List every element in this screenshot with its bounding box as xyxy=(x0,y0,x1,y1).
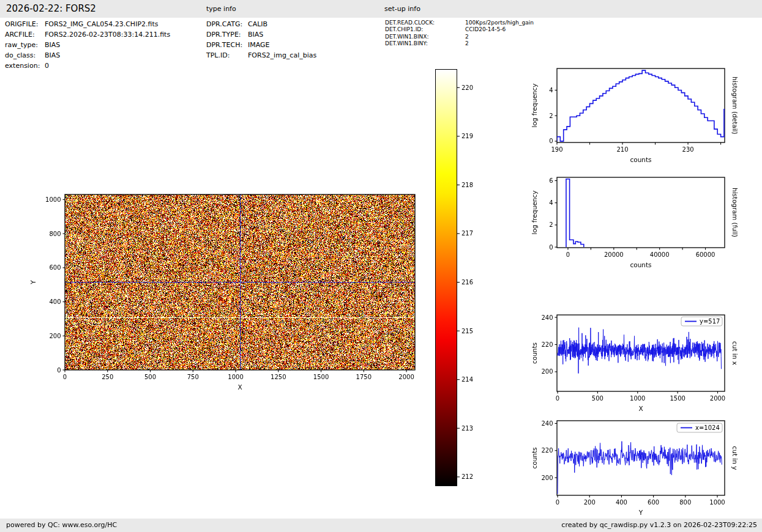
histogram-full-series xyxy=(566,179,584,247)
y-tick-label: 200 xyxy=(49,333,61,339)
info-row: DET.READ.CLOCK:100Kps/2ports/high_gain xyxy=(385,20,534,26)
info-label: do_class: xyxy=(5,50,45,61)
x-tick-label: 800 xyxy=(679,499,691,506)
cut-in-x-ylabel: counts xyxy=(531,342,538,364)
info-value: 2 xyxy=(465,40,469,47)
info-value: IMAGE xyxy=(248,40,270,50)
y-tick-label: 0 xyxy=(549,244,553,251)
info-row: ORIGFILE:FORS2_IMG_CAL054.23.CHIP2.fits xyxy=(5,19,170,29)
cut-in-y-legend: x=1024 xyxy=(677,423,722,432)
info-row: ARCFILE:FORS2.2026-02-23T08:33:14.211.fi… xyxy=(5,29,170,40)
info-value: BIAS xyxy=(45,40,60,50)
x-tick-label: 1500 xyxy=(670,395,685,402)
histogram-detail-side-label: histogram (detail) xyxy=(731,76,739,134)
footer-bar: powered by QC: www.eso.org/HC created by… xyxy=(0,519,762,532)
y-tick-label: 0 xyxy=(549,138,553,144)
histogram-detail-xlabel: counts xyxy=(630,156,651,163)
y-tick-label: 2 xyxy=(549,113,553,119)
y-tick-label: 600 xyxy=(49,264,61,271)
legend-box xyxy=(681,317,722,326)
colorbar-tick-label: 216 xyxy=(461,279,473,286)
y-tick-label: 6 xyxy=(549,177,553,184)
x-tick-label: 0 xyxy=(63,374,67,380)
x-tick-label: 1000 xyxy=(228,374,243,380)
info-row: DPR.TYPE:BIAS xyxy=(206,29,316,40)
histogram-detail-frame xyxy=(557,68,725,142)
footer-left-text: powered by QC: www.eso.org/HC xyxy=(6,521,117,529)
x-tick-label: 1500 xyxy=(313,374,329,380)
cut-in-y-series xyxy=(558,441,722,494)
histogram-full-ylabel: log frequency xyxy=(531,190,538,234)
info-label: raw_type: xyxy=(5,40,45,50)
cut-in-y-xlabel: Y xyxy=(638,509,643,516)
histogram-full-side-label: histogram (full) xyxy=(731,188,739,237)
x-tick-label: 0 xyxy=(556,395,559,402)
x-tick-label: 2000 xyxy=(710,395,725,402)
legend-box xyxy=(677,423,722,432)
colorbar-tick-label: 217 xyxy=(461,230,473,237)
info-label: DET.WIN1.BINX: xyxy=(385,34,465,40)
y-tick-label: 800 xyxy=(49,231,61,237)
colorbar-tick-label: 212 xyxy=(461,473,473,480)
histogram-detail-ylabel: log frequency xyxy=(531,83,538,127)
info-value: FORS2.2026-02-23T08:33:14.211.fits xyxy=(45,29,170,40)
bias-image-xlabel: X xyxy=(237,383,242,391)
histogram-detail: 190210230024countslog frequencyhistogram… xyxy=(531,68,739,163)
colorbar-gradient xyxy=(435,69,457,486)
y-tick-label: 200 xyxy=(541,475,553,481)
info-label: ORIGFILE: xyxy=(5,19,45,29)
info-label: TPL.ID: xyxy=(206,50,248,61)
y-tick-label: 200 xyxy=(541,368,553,375)
file-info-block: ORIGFILE:FORS2_IMG_CAL054.23.CHIP2.fits … xyxy=(5,19,170,71)
cut-in-x-frame xyxy=(557,315,725,391)
y-tick-label: 1000 xyxy=(45,196,61,203)
x-tick-label: 190 xyxy=(551,146,562,153)
info-label: DPR.TYPE: xyxy=(206,29,248,40)
info-label: DET.WIN1.BINY: xyxy=(385,40,465,47)
info-label: DET.READ.CLOCK: xyxy=(385,20,465,26)
y-tick-label: 220 xyxy=(541,447,553,454)
x-tick-label: 250 xyxy=(102,374,113,380)
y-tick-label: 4 xyxy=(549,199,553,206)
x-tick-label: 230 xyxy=(682,146,694,153)
cut-in-y: 02004006008001000200220240Ycountscut in … xyxy=(531,420,739,516)
colorbar-tick-label: 213 xyxy=(461,425,473,432)
info-label: extension: xyxy=(5,61,45,71)
info-row: DET.WIN1.BINY:2 xyxy=(385,40,534,47)
info-row: extension:0 xyxy=(5,61,170,71)
histogram-full-frame xyxy=(557,177,725,248)
legend-label: x=1024 xyxy=(695,424,720,431)
info-value: 100Kps/2ports/high_gain xyxy=(465,20,534,26)
x-tick-label: 0 xyxy=(566,251,570,258)
info-value: FORS2_IMG_CAL054.23.CHIP2.fits xyxy=(45,19,159,29)
x-tick-label: 1000 xyxy=(709,499,725,506)
y-tick-label: 240 xyxy=(541,420,553,427)
y-tick-label: 4 xyxy=(549,87,553,94)
cut-in-x-series xyxy=(558,328,722,374)
info-row: raw_type:BIAS xyxy=(5,40,170,50)
cut-in-y-frame xyxy=(557,421,725,495)
x-tick-label: 20000 xyxy=(604,251,624,258)
footer-right-text: created by qc_rawdisp.py v1.2.3 on 2026-… xyxy=(561,521,757,529)
x-tick-label: 400 xyxy=(616,499,627,506)
x-tick-label: 2000 xyxy=(398,374,414,380)
info-value: 2 xyxy=(465,34,469,40)
cut-in-x-side-label: cut in x xyxy=(731,341,739,365)
info-value: 0 xyxy=(45,61,49,71)
info-row: do_class:BIAS xyxy=(5,50,170,61)
colorbar-tick-label: 219 xyxy=(461,133,473,139)
info-row: DET.WIN1.BINX:2 xyxy=(385,34,534,40)
y-tick-label: 240 xyxy=(541,314,553,321)
x-tick-label: 500 xyxy=(144,374,156,380)
info-row: DET.CHIP1.ID:CCID20-14-5-6 xyxy=(385,26,534,33)
x-tick-label: 600 xyxy=(648,499,659,506)
x-tick-label: 1750 xyxy=(356,374,372,380)
info-value: FORS2_img_cal_bias xyxy=(248,50,316,61)
x-tick-label: 210 xyxy=(616,146,628,153)
info-row: TPL.ID:FORS2_img_cal_bias xyxy=(206,50,316,61)
cut-in-x-legend: y=517 xyxy=(681,317,722,326)
histogram-full: 02000040000600000246countslog frequencyh… xyxy=(531,177,739,268)
page-title: 2026-02-22: FORS2 xyxy=(6,3,96,14)
x-tick-label: 0 xyxy=(556,499,559,506)
cut-in-y-ylabel: counts xyxy=(531,447,538,468)
